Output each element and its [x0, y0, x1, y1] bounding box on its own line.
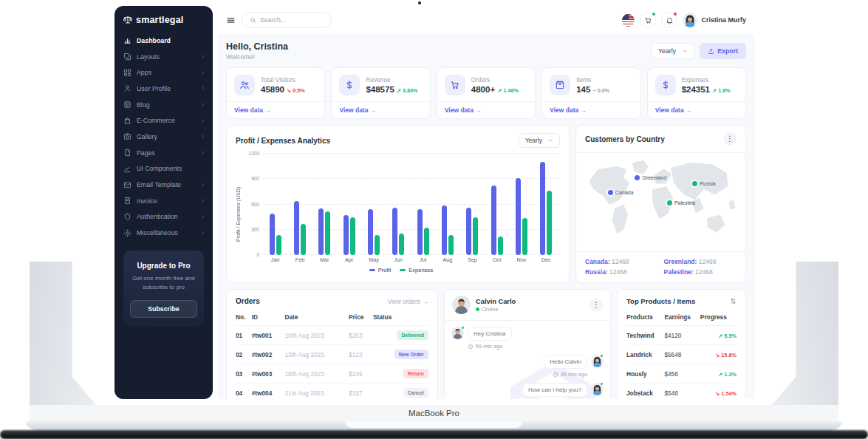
- stat-card-revenue: Revenue $48575 ↗ 3.84% View data →: [331, 67, 430, 119]
- stat-card-items: Items 145 ~ 0.0% View data →: [541, 67, 640, 119]
- bar-group-sep[interactable]: [460, 154, 485, 255]
- user-name: Cristina Murfy: [701, 16, 746, 24]
- sidebar-item-invoice[interactable]: Invoice ›: [115, 193, 213, 209]
- country-stat-canada: Canada: 12468: [585, 258, 658, 265]
- sidebar-item-blog[interactable]: Blog ›: [115, 97, 213, 113]
- view-data-link[interactable]: View data →: [648, 101, 745, 118]
- legend-item-profit[interactable]: Profit: [369, 267, 392, 273]
- orders-col-id: ID: [252, 308, 285, 326]
- map-marker-palestine[interactable]: Palestine: [667, 200, 696, 205]
- us-flag-icon[interactable]: [622, 14, 635, 27]
- x-tick: Aug: [435, 256, 459, 263]
- view-data-link[interactable]: View data →: [332, 101, 429, 118]
- orders-col-price: Price: [349, 308, 373, 326]
- product-row-techwind[interactable]: Techwind$4120 ↗ 5.5%: [626, 326, 737, 345]
- trend-badge: ↗ 1.6%: [712, 87, 731, 94]
- sort-icon[interactable]: [730, 298, 737, 304]
- chart-period-select[interactable]: Yearly: [519, 133, 560, 148]
- webcam-icon: [418, 1, 421, 4]
- bar-expenses: [301, 224, 306, 255]
- notifications-button[interactable]: [661, 12, 677, 28]
- bar-expenses: [399, 234, 404, 255]
- subscribe-button[interactable]: Subscribe: [130, 300, 197, 318]
- status-badge: Return: [403, 369, 428, 378]
- view-data-link[interactable]: View data →: [437, 101, 535, 118]
- stat-card-total-visitors: Total Visitors 45890 ↘ 0.5% View data →: [226, 67, 325, 119]
- upload-icon: [708, 48, 714, 55]
- trend-badge: ~ 0.0%: [592, 87, 609, 94]
- bar-expenses: [473, 217, 478, 255]
- progress-badge: ↘ 1.54%: [715, 390, 737, 397]
- chevron-right-icon: ›: [202, 230, 204, 236]
- bar-group-oct[interactable]: [485, 154, 509, 255]
- upgrade-text: Get one month free and subscribe to pro: [130, 274, 197, 293]
- avatar: [452, 296, 471, 314]
- y-axis-label: Profit / Expenses (USD): [236, 154, 242, 275]
- product-row-hously[interactable]: Hously$456 ↗ 1.3%: [626, 364, 737, 384]
- view-data-link[interactable]: View data →: [542, 101, 640, 118]
- chevron-right-icon: ›: [202, 118, 204, 124]
- order-row-02[interactable]: 02#tw00213th Aug 2023 $123 New Order: [236, 345, 428, 364]
- laptop-side-right: [762, 262, 838, 421]
- sidebar-item-dashboard[interactable]: Dashboard: [115, 33, 213, 49]
- bar-chart: 03006009001200: [244, 154, 560, 255]
- sidebar-item-ui-components[interactable]: UI Components: [115, 161, 213, 177]
- orders-col-date: Date: [284, 308, 349, 326]
- sidebar-item-email-template[interactable]: Email Template ›: [115, 177, 213, 193]
- more-options-button[interactable]: ⋮: [723, 132, 737, 146]
- order-row-04[interactable]: 04#tw00421st Aug 2023 $157 Cancel: [236, 384, 428, 400]
- user-icon: [123, 84, 131, 92]
- more-options-button[interactable]: ⋮: [590, 299, 603, 312]
- search-box[interactable]: [242, 12, 332, 28]
- product-row-jobstack[interactable]: Jobstack$546 ↘ 1.54%: [626, 384, 737, 400]
- map-marker-greenland[interactable]: Greenland: [635, 175, 666, 180]
- order-row-01[interactable]: 01#tw00110th Aug 2023 $253 Delivered: [236, 326, 428, 345]
- legend-item-expenses[interactable]: Expenses: [400, 267, 433, 273]
- status-badge: Cancel: [403, 388, 428, 398]
- sidebar-item-pages[interactable]: Pages ›: [115, 145, 213, 161]
- period-select[interactable]: Yearly: [651, 43, 695, 59]
- sidebar-item-user-profile[interactable]: User Profile ›: [115, 81, 213, 97]
- sidebar-item-layouts[interactable]: Layouts ›: [115, 49, 213, 65]
- cart-notification-dot: [652, 12, 656, 16]
- sidebar-item-miscellaneous[interactable]: Miscellaneous ›: [115, 225, 213, 241]
- chart-legend: ProfitExpenses: [242, 265, 560, 275]
- map-marker-canada[interactable]: Canada: [608, 190, 634, 195]
- user-menu[interactable]: Cristina Murfy: [683, 13, 746, 27]
- bar-group-jan[interactable]: [263, 154, 287, 255]
- bar-group-jun[interactable]: [386, 154, 411, 255]
- chevron-right-icon: ›: [202, 214, 204, 220]
- bar-group-dec[interactable]: [534, 154, 558, 255]
- bar-expenses: [276, 235, 281, 255]
- chevron-right-icon: ›: [202, 53, 204, 60]
- search-input[interactable]: [260, 16, 324, 24]
- stat-label: Items: [576, 76, 609, 84]
- cart-button[interactable]: [640, 12, 656, 28]
- bar-group-apr[interactable]: [337, 154, 361, 255]
- sidebar-item-e-commerce[interactable]: E-Commerce ›: [115, 112, 213, 129]
- chevron-right-icon: ›: [202, 69, 204, 76]
- hamburger-menu-icon[interactable]: [226, 16, 236, 25]
- sidebar-item-authentication[interactable]: Authentication ›: [115, 209, 213, 225]
- app-logo[interactable]: smartlegal: [115, 12, 213, 33]
- order-row-03[interactable]: 03#tw00318th Aug 2023 $245 Return: [236, 364, 428, 384]
- bar-profit: [442, 205, 447, 255]
- export-button[interactable]: Export: [700, 43, 746, 59]
- bar-group-nov[interactable]: [509, 154, 533, 255]
- bar-group-mar[interactable]: [312, 154, 337, 255]
- bar-group-aug[interactable]: [435, 154, 459, 255]
- progress-badge: ↘ 15.8%: [715, 352, 737, 358]
- map-marker-russia[interactable]: Russia: [692, 181, 715, 186]
- view-orders-link[interactable]: View orders →: [387, 298, 428, 305]
- chevron-right-icon: ›: [202, 149, 204, 156]
- bar-group-feb[interactable]: [287, 154, 312, 255]
- sidebar-item-gallery[interactable]: Gallery ›: [115, 129, 213, 145]
- chat-contact-name: Calvin Carlo: [476, 298, 516, 305]
- products-title: Top Products / Items: [626, 297, 695, 305]
- view-data-link[interactable]: View data →: [227, 101, 324, 118]
- bar-group-may[interactable]: [361, 154, 386, 255]
- stat-label: Orders: [471, 76, 519, 84]
- product-row-landrick[interactable]: Landrick$5648 ↘ 15.8%: [626, 345, 737, 364]
- bar-group-jul[interactable]: [411, 154, 435, 255]
- sidebar-item-apps[interactable]: Apps ›: [115, 64, 213, 81]
